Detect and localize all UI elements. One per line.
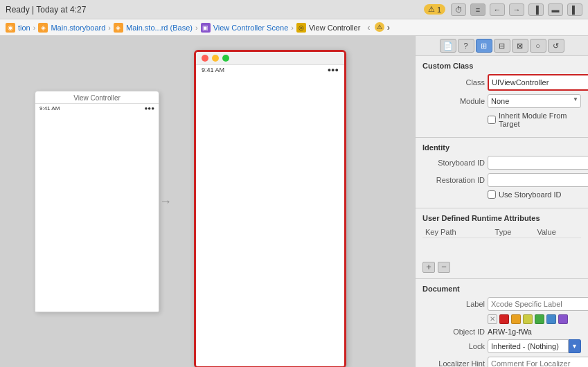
document-label-label: Label — [422, 300, 485, 308]
back-button[interactable]: ← — [490, 3, 505, 16]
inspector-size-btn[interactable]: ⊠ — [512, 39, 528, 53]
localizer-hint-row: Localizer Hint — [422, 357, 581, 368]
timeline-button[interactable]: ⏱ — [451, 3, 466, 16]
breadcrumb-nav: ‹ ⚠ › — [366, 22, 391, 33]
use-storyboard-id-label: Use Storyboard ID — [499, 190, 561, 199]
inspector-panel: 📄 ? ⊞ ⊟ ⊠ ○ ↺ Custom Class Class ✕ ▼ Mod… — [415, 36, 588, 367]
color-swatch-blue[interactable] — [546, 314, 556, 324]
color-swatch-red[interactable] — [499, 314, 509, 324]
runtime-attributes-table: Key Path Type Value — [422, 226, 581, 259]
class-row: Class ✕ ▼ — [422, 74, 581, 91]
device-battery-icons: ●●● — [328, 66, 339, 73]
use-storyboard-id-row: Use Storyboard ID — [488, 190, 581, 199]
flow-arrow: → — [159, 195, 172, 209]
class-input[interactable] — [489, 75, 588, 89]
runtime-attributes-title: User Defined Runtime Attributes — [422, 214, 581, 222]
title-bar-buttons: ⏱ ≡ ← → ▐ ▬ ▌ — [451, 3, 582, 16]
color-swatch-orange[interactable] — [511, 314, 521, 324]
remove-attribute-button[interactable]: − — [438, 262, 450, 273]
use-storyboard-id-checkbox[interactable] — [488, 190, 496, 199]
breadcrumb-icon-0: ◉ — [6, 23, 15, 33]
breadcrumb-icon-3: ▣ — [201, 23, 211, 33]
breadcrumb-label-3: View Controller Scene — [213, 24, 289, 32]
breadcrumb-icon-1: ◈ — [38, 23, 48, 33]
breadcrumb-item-4[interactable]: ◎ View Controller — [296, 23, 360, 33]
module-select-wrap: None — [488, 94, 581, 108]
editor-button[interactable]: ≡ — [470, 3, 485, 16]
module-select[interactable]: None — [488, 94, 581, 108]
color-swatch-green[interactable] — [535, 314, 544, 324]
lock-select-wrap: Inherited - (Nothing) ▼ — [488, 339, 581, 353]
lock-dropdown-arrow[interactable]: ▼ — [569, 339, 581, 353]
main-device: 9:41 AM ●●● — [194, 50, 346, 367]
device-body — [196, 75, 344, 366]
lock-row: Lock Inherited - (Nothing) ▼ — [422, 339, 581, 353]
color-swatch-yellow[interactable] — [523, 314, 533, 324]
left-panel-button[interactable]: ▐ — [528, 3, 544, 16]
main-device-titlebar — [196, 52, 344, 65]
custom-class-title: Custom Class — [422, 62, 581, 70]
inspector-connections-btn[interactable]: ○ — [530, 39, 546, 53]
breadcrumb-bar: ◉ tion › ◈ Main.storyboard › ◈ Main.sto.… — [0, 19, 588, 36]
breadcrumb-item-0[interactable]: ◉ tion — [6, 23, 30, 33]
breadcrumb-back[interactable]: ‹ — [366, 22, 371, 33]
small-device-battery: ●●● — [145, 105, 155, 111]
localizer-hint-label: Localizer Hint — [422, 359, 485, 368]
color-swatch-none[interactable]: ✕ — [488, 314, 497, 324]
warning-icon: ⚠ — [428, 5, 435, 14]
title-bar-status: Ready | Today at 4:27 — [6, 5, 418, 15]
device-status-bar: 9:41 AM ●●● — [196, 65, 344, 75]
label-row: Label — [422, 297, 581, 311]
class-input-wrap: ✕ ▼ — [488, 74, 588, 91]
breadcrumb-item-1[interactable]: ◈ Main.storyboard — [38, 23, 105, 33]
storyboard-id-row: Storyboard ID — [422, 156, 581, 170]
storyboard-id-input[interactable] — [488, 156, 588, 170]
forward-button[interactable]: → — [509, 3, 524, 16]
col-type: Type — [492, 226, 535, 238]
small-device-body — [35, 113, 159, 312]
inspector-identity-btn[interactable]: ⊞ — [476, 39, 492, 53]
inspector-quickhelp-btn[interactable]: ? — [458, 39, 474, 53]
breadcrumb-label-1: Main.storyboard — [51, 24, 105, 32]
document-label-input[interactable] — [488, 297, 588, 311]
color-swatch-purple[interactable] — [558, 314, 568, 324]
inspector-attributes-btn[interactable]: ⊟ — [494, 39, 510, 53]
inherit-module-row: Inherit Module From Target — [488, 111, 581, 128]
restoration-id-input[interactable] — [488, 173, 588, 187]
restoration-id-label: Restoration ID — [422, 176, 485, 184]
lock-label: Lock — [422, 342, 485, 350]
small-device-time: 9:41 AM — [39, 105, 60, 111]
breadcrumb-item-2[interactable]: ◈ Main.sto...rd (Base) — [114, 23, 193, 33]
add-attribute-button[interactable]: + — [422, 262, 435, 273]
tl-green — [222, 55, 229, 62]
canvas-area[interactable]: View Controller 9:41 AM ●●● → 9:41 AM ●●… — [0, 36, 415, 367]
inherit-module-checkbox[interactable] — [488, 116, 496, 124]
object-id-value: ARW-1g-fWa — [488, 328, 532, 336]
warning-badge: ⚠ 1 — [424, 4, 445, 15]
breadcrumb-sep-3: › — [291, 24, 294, 32]
breadcrumb-forward[interactable]: › — [386, 22, 391, 33]
localizer-hint-input[interactable] — [488, 357, 588, 368]
col-key-path: Key Path — [422, 226, 492, 238]
breadcrumb-icon-2: ◈ — [114, 23, 123, 33]
right-panel-button[interactable]: ▌ — [567, 3, 582, 16]
runtime-attributes-section: User Defined Runtime Attributes Key Path… — [416, 208, 588, 279]
lock-select[interactable]: Inherited - (Nothing) — [488, 339, 569, 353]
inherit-module-label: Inherit Module From Target — [499, 111, 581, 128]
inspector-bindings-btn[interactable]: ↺ — [548, 39, 564, 53]
device-time: 9:41 AM — [202, 66, 224, 73]
object-id-label: Object ID — [422, 328, 485, 336]
color-swatches: ✕ — [488, 314, 581, 324]
table-row-empty — [422, 238, 581, 259]
breadcrumb-icon-4: ◎ — [296, 23, 306, 33]
storyboard-id-label: Storyboard ID — [422, 159, 485, 167]
breadcrumb-warning: ⚠ — [375, 22, 384, 32]
identity-title: Identity — [422, 143, 581, 152]
small-device-status: 9:41 AM ●●● — [35, 104, 159, 113]
breadcrumb-label-4: View Controller — [309, 24, 360, 32]
inspector-file-btn[interactable]: 📄 — [440, 39, 456, 53]
document-section: Document Label ✕ Object ID — [416, 279, 588, 368]
bottom-panel-button[interactable]: ▬ — [548, 3, 563, 16]
identity-section: Identity Storyboard ID Restoration ID Us… — [416, 138, 588, 208]
breadcrumb-item-3[interactable]: ▣ View Controller Scene — [201, 23, 289, 33]
